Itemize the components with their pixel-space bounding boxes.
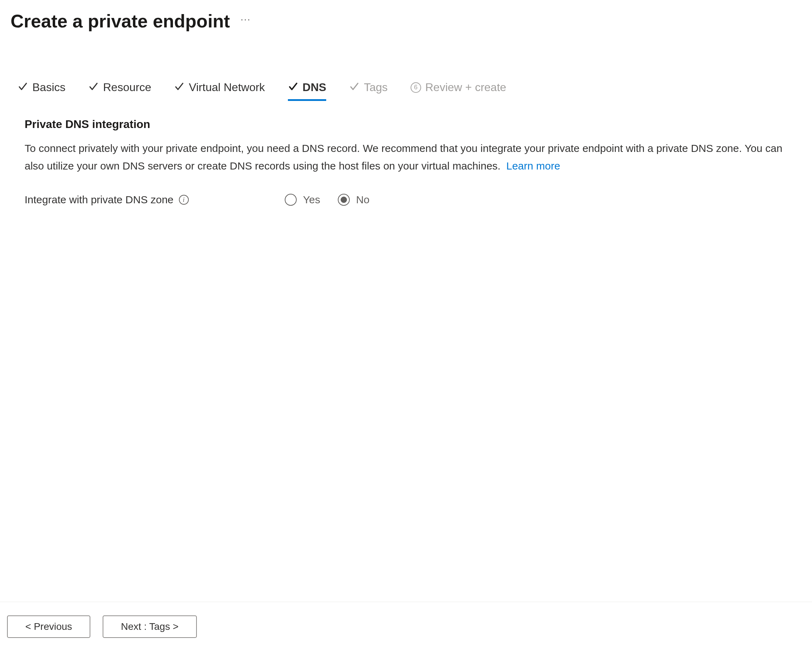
tab-dns[interactable]: DNS	[288, 81, 327, 100]
learn-more-link[interactable]: Learn more	[506, 160, 560, 171]
tab-label: Virtual Network	[189, 81, 265, 94]
form-label-wrap: Integrate with private DNS zone i	[24, 194, 285, 206]
section-title: Private DNS integration	[24, 118, 788, 131]
more-icon[interactable]: ···	[240, 14, 250, 25]
tab-tags[interactable]: Tags	[349, 81, 388, 100]
radio-option-no[interactable]: No	[338, 194, 369, 206]
radio-option-yes[interactable]: Yes	[285, 194, 320, 206]
radio-circle	[285, 194, 297, 206]
check-icon	[88, 81, 99, 93]
info-icon[interactable]: i	[179, 195, 189, 205]
tab-basics[interactable]: Basics	[18, 81, 66, 100]
section-description-text: To connect privately with your private e…	[24, 142, 783, 171]
radio-circle	[338, 194, 350, 206]
radio-group-integrate: Yes No	[285, 194, 369, 206]
tab-label: Basics	[32, 81, 66, 94]
next-button[interactable]: Next : Tags >	[103, 615, 197, 638]
wizard-tabs: Basics Resource Virtual Network DNS Tags…	[0, 81, 812, 100]
tab-virtual-network[interactable]: Virtual Network	[174, 81, 265, 100]
tab-review-create[interactable]: 6 Review + create	[411, 81, 506, 100]
page-title: Create a private endpoint	[11, 11, 230, 32]
check-icon	[288, 81, 298, 93]
tab-label: Tags	[364, 81, 388, 94]
tab-label: Review + create	[425, 81, 506, 94]
previous-button[interactable]: < Previous	[7, 615, 90, 638]
form-row-integrate-dns: Integrate with private DNS zone i Yes No	[24, 194, 788, 206]
wizard-footer: < Previous Next : Tags >	[0, 602, 812, 652]
radio-label: No	[356, 194, 369, 206]
tab-resource[interactable]: Resource	[88, 81, 151, 100]
page-header: Create a private endpoint ···	[0, 3, 812, 32]
step-number-badge: 6	[411, 82, 421, 93]
check-icon	[18, 81, 28, 93]
form-label-integrate: Integrate with private DNS zone	[24, 194, 174, 206]
check-icon	[174, 81, 185, 93]
tab-label: Resource	[103, 81, 151, 94]
section-description: To connect privately with your private e…	[24, 139, 788, 174]
content-area: Private DNS integration To connect priva…	[0, 100, 812, 223]
check-icon	[349, 81, 360, 93]
radio-label: Yes	[303, 194, 320, 206]
tab-label: DNS	[303, 81, 327, 94]
